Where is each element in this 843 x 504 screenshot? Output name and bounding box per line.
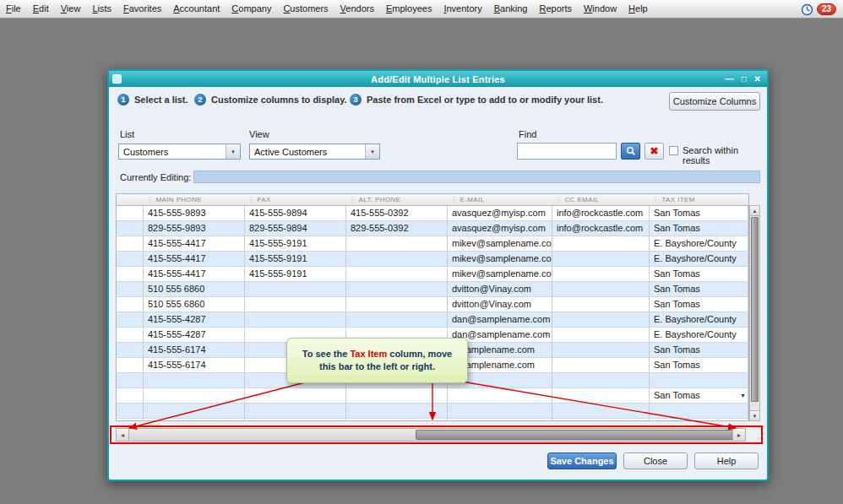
menu-favorites[interactable]: Favorites [117,0,167,18]
scroll-down-icon[interactable]: ▼ [750,410,759,420]
cell-cc-email[interactable] [552,297,650,312]
cell-main-phone[interactable]: 415-555-6174 [144,343,245,357]
cell-tax-item[interactable]: San Tomas [650,282,748,296]
find-input[interactable] [517,143,617,160]
row-selector-cell[interactable] [117,373,144,387]
cell-tax-item[interactable]: San Tomas▼ [650,388,748,403]
cell-main-phone[interactable]: 415-555-4417 [144,267,245,281]
cell-fax[interactable] [245,404,346,418]
vertical-scrollbar[interactable]: ▲ ▼ [749,205,760,421]
cell-main-phone[interactable]: 415-555-9893 [144,206,245,220]
cell-cc-email[interactable] [552,358,650,372]
cell-cc-email[interactable] [552,282,650,296]
cell-email[interactable] [448,404,552,418]
menu-window[interactable]: Window [578,0,623,18]
scroll-up-icon[interactable]: ▲ [750,206,759,216]
menu-view[interactable]: View [55,0,87,18]
cell-cc-email[interactable] [552,373,650,387]
cell-alt-phone[interactable] [346,297,448,312]
menu-lists[interactable]: Lists [86,0,117,18]
menu-reports[interactable]: Reports [533,0,578,18]
cell-cc-email[interactable] [552,343,650,357]
cell-main-phone[interactable]: 415-555-4287 [144,328,245,342]
cell-main-phone[interactable]: 415-555-4287 [144,312,245,327]
menu-edit[interactable]: Edit [27,0,55,18]
column-header-main-phone[interactable]: MAIN PHONE [144,194,245,205]
cell-dropdown-icon[interactable]: ▼ [740,393,746,399]
menu-help[interactable]: Help [623,0,654,18]
search-button[interactable] [621,143,640,160]
cell-main-phone[interactable]: 829-555-9893 [144,221,245,236]
cell-fax[interactable]: 415-555-9894 [245,206,346,220]
column-header-alt-phone[interactable]: ALT. PHONE [346,194,448,205]
close-button[interactable]: Close [623,453,688,469]
cell-cc-email[interactable] [552,267,650,281]
cell-tax-item[interactable]: San Tomas [650,343,748,357]
cell-cc-email[interactable] [552,328,650,342]
cell-email[interactable]: mikev@samplename.com [448,236,552,251]
cell-fax[interactable] [245,297,346,312]
cell-cc-email[interactable] [552,404,650,418]
cell-main-phone[interactable]: 415-555-6174 [144,358,245,372]
cell-email[interactable]: dvitton@Vinay.com [448,297,552,312]
menu-banking[interactable]: Banking [488,0,534,18]
cell-tax-item[interactable] [650,373,748,387]
cell-tax-item[interactable]: San Tomas [650,358,748,372]
cell-email[interactable] [448,388,552,403]
cell-alt-phone[interactable] [346,267,448,281]
chevron-down-icon[interactable]: ▼ [365,144,379,159]
cell-cc-email[interactable]: info@rockcastle.com [552,221,650,236]
clear-search-button[interactable]: ✖ [644,143,664,160]
cell-alt-phone[interactable]: 829-555-0392 [346,221,448,236]
cell-alt-phone[interactable]: 415-555-0392 [346,206,448,220]
horizontal-scrollbar-thumb[interactable] [416,430,735,440]
cell-main-phone[interactable] [144,419,245,421]
menu-customers[interactable]: Customers [277,0,334,18]
menu-employees[interactable]: Employees [380,0,438,18]
row-selector-cell[interactable] [117,388,144,403]
menu-file[interactable]: File [0,0,27,18]
cell-email[interactable]: mikev@samplename.com [448,267,552,281]
scroll-right-icon[interactable]: ► [732,429,745,441]
cell-cc-email[interactable] [552,419,650,421]
chevron-down-icon[interactable]: ▼ [226,144,240,159]
cell-cc-email[interactable] [552,312,650,327]
cell-fax[interactable]: 415-555-9191 [245,236,346,251]
cell-alt-phone[interactable] [346,312,448,327]
cell-fax[interactable] [245,312,346,327]
cell-fax[interactable]: 415-555-9191 [245,267,346,281]
cell-tax-item[interactable]: E. Bayshore/County [650,328,748,342]
cell-tax-item[interactable]: E. Bayshore/County [650,312,748,327]
cell-main-phone[interactable] [144,404,245,418]
cell-cc-email[interactable] [552,388,650,403]
cell-alt-phone[interactable] [346,282,448,296]
cell-alt-phone[interactable] [346,252,448,266]
customize-columns-button[interactable]: Customize Columns [669,92,760,111]
cell-cc-email[interactable] [552,252,650,266]
row-selector-cell[interactable] [117,267,144,281]
menu-accountant[interactable]: Accountant [167,0,226,18]
cell-alt-phone[interactable] [346,419,448,421]
list-dropdown[interactable]: Customers ▼ [118,144,241,160]
cell-cc-email[interactable]: info@rockcastle.com [552,206,650,220]
cell-tax-item[interactable] [650,419,748,421]
cell-email[interactable] [448,419,552,421]
horizontal-scrollbar[interactable]: ◄ ► [116,428,746,442]
column-header-email[interactable]: E-MAIL [448,194,552,205]
cell-fax[interactable]: 415-555-9191 [245,252,346,266]
cell-tax-item[interactable]: San Tomas [650,206,748,220]
cell-main-phone[interactable]: 510 555 6860 [144,282,245,296]
scroll-left-icon[interactable]: ◄ [117,429,129,441]
column-header-cc-email[interactable]: CC EMAIL [552,194,650,205]
cell-tax-item[interactable]: San Tomas [650,297,748,312]
row-selector-cell[interactable] [117,252,144,266]
maximize-icon[interactable]: □ [742,71,747,87]
cell-fax[interactable] [245,282,346,296]
row-selector-cell[interactable] [117,328,144,342]
close-icon[interactable]: ✕ [754,71,761,87]
menu-company[interactable]: Company [226,0,277,18]
cell-fax[interactable] [245,388,346,403]
row-selector-cell[interactable] [117,404,144,418]
cell-tax-item[interactable]: E. Bayshore/County [650,236,748,251]
row-selector-cell[interactable] [117,343,144,357]
